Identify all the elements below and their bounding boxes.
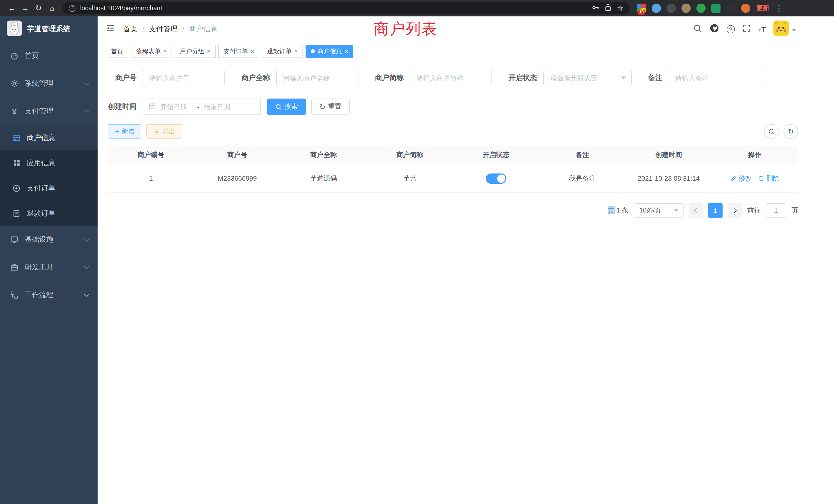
tab-pay-order[interactable]: 支付订单 × bbox=[218, 45, 259, 58]
reload-icon[interactable]: ↻ bbox=[32, 0, 45, 17]
sidebar-item-workflow[interactable]: 工作流程 bbox=[0, 281, 97, 309]
github-icon[interactable] bbox=[710, 24, 719, 35]
date-start-input[interactable] bbox=[160, 103, 193, 111]
close-icon[interactable]: × bbox=[207, 48, 211, 54]
forward-icon[interactable]: → bbox=[19, 0, 32, 17]
breadcrumb-home[interactable]: 首页 bbox=[123, 25, 138, 34]
extension-paw-icon[interactable] bbox=[726, 4, 736, 13]
sidebar-item-pay-order[interactable]: 支付订单 bbox=[0, 176, 97, 201]
fullscreen-icon[interactable] bbox=[743, 24, 751, 35]
close-icon[interactable]: × bbox=[345, 48, 348, 54]
th-merchant-no: 商户号 bbox=[194, 150, 280, 159]
site-info-icon[interactable]: i bbox=[69, 5, 75, 12]
reset-button[interactable]: ↻ 重置 bbox=[311, 98, 349, 115]
close-icon[interactable]: × bbox=[294, 48, 298, 54]
add-button[interactable]: + 新增 bbox=[108, 124, 141, 139]
merchant-short-input[interactable] bbox=[410, 70, 492, 86]
pagination: 共 1 条 10条/页 1 前往 页 bbox=[108, 203, 798, 217]
tab-label: 首页 bbox=[111, 47, 123, 56]
avatar[interactable] bbox=[773, 21, 789, 38]
sidebar-item-infra[interactable]: 基础设施 bbox=[0, 226, 97, 254]
extension-dark-icon[interactable] bbox=[666, 4, 676, 13]
extension-avatar-icon[interactable] bbox=[681, 4, 691, 13]
back-icon[interactable]: ← bbox=[5, 0, 19, 17]
date-end-input[interactable] bbox=[204, 103, 237, 111]
status-toggle[interactable] bbox=[486, 173, 506, 183]
browser-menu-icon[interactable]: ⋮ bbox=[772, 0, 786, 17]
tab-refund-order[interactable]: 退款订单 × bbox=[262, 45, 303, 58]
extension-green-circle-icon[interactable] bbox=[696, 4, 706, 13]
status-select[interactable]: 请选择开启状态 bbox=[543, 70, 632, 86]
pagination-total: 共 1 条 bbox=[608, 206, 629, 215]
delete-link[interactable]: 删除 bbox=[758, 174, 780, 183]
sidebar-item-merchant-info[interactable]: 商户信息 bbox=[0, 125, 97, 151]
address-bar[interactable]: i localhost:1024/pay/merchant ☆ bbox=[63, 2, 630, 14]
extension-grid-icon[interactable]: 10 bbox=[637, 4, 646, 13]
chevron-down-icon bbox=[792, 29, 796, 31]
active-dot bbox=[311, 49, 315, 53]
search-icon[interactable] bbox=[693, 24, 702, 35]
chevron-left-icon bbox=[694, 208, 699, 213]
extension-badge: 10 bbox=[638, 10, 645, 15]
bookmark-star-icon[interactable]: ☆ bbox=[617, 0, 623, 17]
password-key-icon[interactable] bbox=[592, 3, 599, 13]
merchant-name-input[interactable] bbox=[276, 70, 358, 86]
sidebar-collapse-icon[interactable] bbox=[106, 24, 115, 35]
extension-blue-icon[interactable] bbox=[652, 4, 661, 13]
page-size-select[interactable]: 10条/页 bbox=[634, 203, 683, 217]
sidebar-item-label: 首页 bbox=[25, 51, 39, 61]
chevron-right-icon bbox=[731, 208, 737, 213]
chevron-down-icon bbox=[621, 76, 626, 79]
sidebar-item-dev-tools[interactable]: 研发工具 bbox=[0, 254, 97, 281]
search-button[interactable]: 搜索 bbox=[267, 98, 306, 115]
home-icon[interactable]: ⌂ bbox=[45, 0, 59, 17]
goto-page-input[interactable] bbox=[766, 203, 786, 217]
chevron-down-icon bbox=[84, 80, 89, 86]
search-button-label: 搜索 bbox=[285, 102, 298, 111]
tab-label: 流程表单 bbox=[136, 47, 161, 56]
next-page-button[interactable] bbox=[728, 203, 742, 217]
close-icon[interactable]: × bbox=[250, 48, 254, 54]
tab-user-group[interactable]: 用户分组 × bbox=[175, 45, 216, 58]
font-size-icon[interactable]: TT bbox=[759, 25, 766, 33]
add-button-label: 新增 bbox=[122, 127, 134, 136]
export-button[interactable]: 导出 bbox=[146, 124, 182, 139]
sidebar-item-home[interactable]: 首页 bbox=[0, 42, 97, 70]
sidebar-item-refund-order[interactable]: 退款订单 bbox=[0, 201, 97, 226]
browser-update-button[interactable]: 更新 bbox=[756, 4, 769, 13]
sidebar-item-label: 系统管理 bbox=[25, 79, 53, 88]
share-icon[interactable] bbox=[605, 3, 612, 13]
user-avatar-menu[interactable] bbox=[773, 21, 796, 38]
merchant-no-input[interactable] bbox=[143, 70, 225, 86]
sidebar-item-payment[interactable]: ¥ 支付管理 bbox=[0, 97, 97, 125]
prev-page-button[interactable] bbox=[689, 203, 703, 217]
table-header-row: 商户编号 商户号 商户全称 商户简称 开启状态 备注 创建时间 操作 bbox=[108, 146, 798, 164]
delete-link-label: 删除 bbox=[766, 174, 780, 183]
page-1-button[interactable]: 1 bbox=[708, 203, 723, 217]
tab-process-form[interactable]: 流程表单 × bbox=[131, 45, 172, 58]
edit-link[interactable]: 修改 bbox=[730, 174, 752, 183]
date-range-picker[interactable]: - bbox=[143, 98, 261, 115]
screen: ← → ↻ ⌂ i localhost:1024/pay/merchant ☆ … bbox=[0, 0, 834, 504]
remark-input[interactable] bbox=[668, 70, 764, 86]
th-actions: 操作 bbox=[712, 150, 798, 159]
toggle-search-button[interactable] bbox=[764, 124, 778, 139]
sidebar-item-system[interactable]: 系统管理 bbox=[0, 70, 97, 97]
refresh-table-button[interactable]: ↻ bbox=[784, 124, 798, 139]
cell-merchant-id: 1 bbox=[108, 175, 194, 182]
sidebar-item-app-info[interactable]: 应用信息 bbox=[0, 151, 97, 176]
merchant-card-icon bbox=[12, 134, 21, 142]
toolbox-icon bbox=[10, 263, 19, 272]
close-icon[interactable]: × bbox=[163, 48, 167, 54]
sidebar-item-label: 工作流程 bbox=[25, 291, 53, 300]
help-icon[interactable]: ? bbox=[727, 25, 735, 33]
tab-merchant-info[interactable]: 商户信息 × bbox=[306, 45, 353, 58]
sidebar: 芋道管理系统 首页 系统管理 ¥ 支付管理 商户信息 bbox=[0, 17, 97, 504]
extension-green-square-icon[interactable] bbox=[711, 4, 721, 13]
payment-submenu: 商户信息 应用信息 支付订单 退款订单 bbox=[0, 125, 97, 226]
tab-home[interactable]: 首页 bbox=[106, 45, 128, 58]
app-logo-row[interactable]: 芋道管理系统 bbox=[0, 17, 97, 42]
extension-profile-icon[interactable] bbox=[741, 4, 750, 13]
breadcrumb: 首页 / 支付管理 / 商户信息 bbox=[123, 25, 218, 34]
status-label: 开启状态 bbox=[508, 73, 537, 83]
